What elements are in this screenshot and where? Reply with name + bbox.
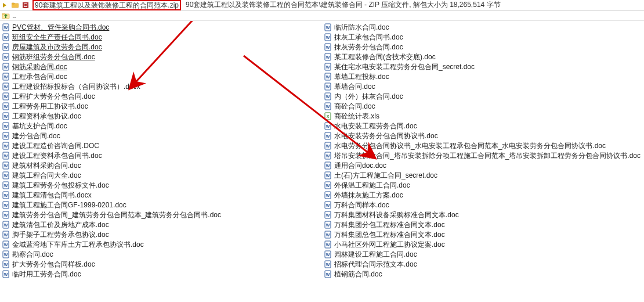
file-row[interactable]: W水电安装劳务分包合同协议书.doc bbox=[322, 131, 644, 141]
file-name-label: 建筑工程劳务分包投标文件.doc bbox=[12, 181, 109, 189]
file-row[interactable]: W万科集团总包工程标准合同文本.doc bbox=[322, 229, 644, 239]
svg-text:W: W bbox=[326, 253, 330, 257]
file-row[interactable]: W建筑劳务分包合同_建筑劳务分包合同范本_建筑劳务分包合同书.doc bbox=[0, 210, 322, 220]
file-row[interactable]: W钢筋采购合同.doc bbox=[0, 62, 322, 71]
svg-text:W: W bbox=[326, 124, 330, 128]
file-name-label: 金域蓝湾地下车库土方工程承包协议书.doc bbox=[12, 240, 144, 249]
file-row[interactable]: W塔吊安装拆除合同_塔吊安装拆除分项工程施工合同范本_塔吊安装拆卸工程劳务分包合… bbox=[322, 150, 644, 160]
doc-file-icon: W bbox=[2, 181, 10, 189]
file-row[interactable]: X商砼统计表.xls bbox=[322, 111, 644, 121]
up-folder-row[interactable]: .. bbox=[0, 10, 644, 20]
file-row[interactable]: W扩大劳务分包合同样板.doc bbox=[0, 259, 322, 269]
file-row[interactable]: W幕墙工程投标.doc bbox=[322, 71, 644, 81]
file-name-label: 工程劳务用工协议书.doc bbox=[12, 102, 88, 110]
svg-text:W: W bbox=[4, 253, 8, 257]
svg-text:W: W bbox=[4, 55, 8, 59]
file-row[interactable]: W商砼合同.doc bbox=[322, 101, 644, 111]
up-folder-icon bbox=[2, 12, 10, 20]
doc-file-icon: W bbox=[2, 152, 10, 160]
file-row[interactable]: W万科合同样本.doc bbox=[322, 200, 644, 210]
doc-file-icon: W bbox=[324, 231, 332, 239]
file-row[interactable]: W土(石)方工程施工合同_secret.doc bbox=[322, 170, 644, 180]
file-row[interactable]: W金域蓝湾地下车库土方工程承包协议书.doc bbox=[0, 239, 322, 249]
doc-file-icon: W bbox=[324, 152, 332, 160]
doc-file-icon: W bbox=[324, 23, 332, 31]
file-row[interactable]: W工程扩大劳务分包合同.doc bbox=[0, 91, 322, 101]
file-row[interactable]: W某住宅水电安装工程劳务分包合同_secret.doc bbox=[322, 62, 644, 71]
file-row[interactable]: W建筑清包工价及房地产成本.doc bbox=[0, 220, 322, 229]
svg-rect-7 bbox=[2, 13, 5, 15]
file-row[interactable]: W万科集团材料设备采购标准合同文本.doc bbox=[322, 210, 644, 220]
file-row[interactable]: WPVC管材、管件采购合同书.doc bbox=[0, 22, 322, 32]
file-row[interactable]: W园林建设工程施工合同.doc bbox=[322, 249, 644, 259]
file-row[interactable]: W水电安装工程劳务合同.doc bbox=[322, 121, 644, 131]
file-row[interactable]: W建筑工程施工合同GF-1999-0201.doc bbox=[0, 200, 322, 210]
file-row[interactable]: W脚手架子工程劳务承包协议.doc bbox=[0, 229, 322, 239]
file-row[interactable]: W工程资料承包协议.doc bbox=[0, 111, 322, 121]
file-row[interactable]: W万科集团分包工程标准合同文本.doc bbox=[322, 220, 644, 229]
svg-text:W: W bbox=[4, 144, 8, 148]
file-row[interactable]: W工程承包合同.doc bbox=[0, 71, 322, 81]
file-row[interactable]: W建筑材料采购合同.doc bbox=[0, 160, 322, 170]
file-row[interactable]: W建筑工程劳务分包投标文件.doc bbox=[0, 180, 322, 190]
file-row[interactable]: W招标代理合同示范文本.doc bbox=[322, 259, 644, 269]
file-name-label: 钢筋班组劳务分包合同.doc bbox=[12, 53, 95, 61]
svg-text:W: W bbox=[326, 164, 330, 168]
file-row[interactable]: W工程劳务用工协议书.doc bbox=[0, 101, 322, 111]
file-row[interactable]: W通用合同doc.doc bbox=[322, 160, 644, 170]
file-row[interactable]: W建筑工程清包合同书.docx bbox=[0, 190, 322, 200]
svg-text:W: W bbox=[326, 95, 330, 99]
file-name-label: 建设工程造价咨询合同.DOC bbox=[12, 142, 99, 150]
doc-file-icon: W bbox=[2, 122, 10, 130]
file-name-label: 土(石)方工程施工合同_secret.doc bbox=[334, 171, 437, 179]
svg-text:W: W bbox=[4, 164, 8, 168]
file-row[interactable]: W抹灰工承包合同书.doc bbox=[322, 32, 644, 42]
file-row[interactable]: W外墙抹灰施工方案.doc bbox=[322, 190, 644, 200]
doc-file-icon: W bbox=[324, 181, 332, 189]
doc-file-icon: W bbox=[2, 23, 10, 31]
file-row[interactable]: W抹灰劳务分包合同.doc bbox=[322, 42, 644, 52]
svg-text:W: W bbox=[4, 75, 8, 79]
svg-text:W: W bbox=[326, 213, 330, 217]
file-row[interactable]: W某工程装修合同(含技术交底).doc bbox=[322, 52, 644, 62]
svg-text:W: W bbox=[4, 263, 8, 267]
file-row[interactable]: W班组安全生产责任合同书.doc bbox=[0, 32, 322, 42]
file-name-label: 塔吊安装拆除合同_塔吊安装拆除分项工程施工合同范本_塔吊安装拆卸工程劳务分包合同… bbox=[334, 152, 641, 160]
file-row[interactable]: W水电劳务分包合同协议书_水电安装工程承包合同范本_水电安装劳务分包合同协议书.… bbox=[322, 141, 644, 150]
doc-file-icon: W bbox=[2, 250, 10, 258]
file-name-label: 建筑清包工价及房地产成本.doc bbox=[12, 221, 109, 229]
file-name-label: 工程扩大劳务分包合同.doc bbox=[12, 92, 95, 100]
file-row[interactable]: W工程建设招标投标合（合同协议书）.docx bbox=[0, 81, 322, 91]
file-row[interactable]: W小马社区外网工程施工协议定案.doc bbox=[322, 239, 644, 249]
file-name-label: 工程资料承包协议.doc bbox=[12, 112, 81, 120]
file-name-label: 园林建设工程施工合同.doc bbox=[334, 250, 417, 258]
archive-name[interactable]: 90套建筑工程以及装饰装修工程的合同范本.zip bbox=[32, 0, 181, 10]
file-row[interactable]: W钢筋班组劳务分包合同.doc bbox=[0, 52, 322, 62]
svg-text:W: W bbox=[4, 105, 8, 109]
doc-file-icon: W bbox=[324, 142, 332, 150]
doc-file-icon: W bbox=[2, 221, 10, 229]
file-row[interactable]: W勘察合同.doc bbox=[0, 249, 322, 259]
svg-text:W: W bbox=[4, 65, 8, 69]
file-row[interactable]: W房屋建筑及市政劳务合同.doc bbox=[0, 42, 322, 52]
file-row[interactable]: W临沂防水合同.doc bbox=[322, 22, 644, 32]
file-row[interactable]: W建分包合同.doc bbox=[0, 131, 322, 141]
svg-rect-5 bbox=[24, 4, 27, 6]
doc-file-icon: W bbox=[324, 102, 332, 110]
file-row[interactable]: W幕墙合同.doc bbox=[322, 81, 644, 91]
archive-icon bbox=[22, 2, 29, 9]
file-row[interactable]: W建设工程资料承包合同书.doc bbox=[0, 150, 322, 160]
doc-file-icon: W bbox=[324, 161, 332, 170]
file-name-label: 抹灰劳务分包合同.doc bbox=[334, 43, 403, 51]
file-row[interactable]: W植钢筋合同.doc bbox=[322, 269, 644, 279]
file-row[interactable]: W内（外）抹灰合同.doc bbox=[322, 91, 644, 101]
svg-text:W: W bbox=[326, 144, 330, 148]
file-row[interactable]: W基坑支护合同.doc bbox=[0, 121, 322, 131]
file-name-label: 水电劳务分包合同协议书_水电安装工程承包合同范本_水电安装劳务分包合同协议书.d… bbox=[334, 142, 606, 150]
docx-file-icon: W bbox=[2, 82, 10, 91]
file-row[interactable]: W外保温工程施工合同.doc bbox=[322, 180, 644, 190]
file-name-label: 工程建设招标投标合（合同协议书）.docx bbox=[12, 82, 140, 91]
file-row[interactable]: W建设工程造价咨询合同.DOC bbox=[0, 141, 322, 150]
file-row[interactable]: W临时用工劳务合同.doc bbox=[0, 269, 322, 279]
file-row[interactable]: W建筑工程合同大全.doc bbox=[0, 170, 322, 180]
